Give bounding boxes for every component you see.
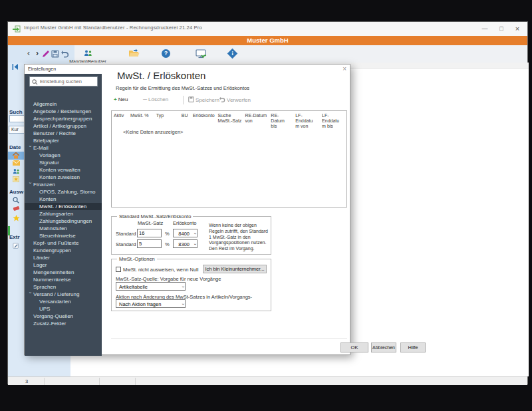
brand-bar: Muster GmbH [8, 36, 527, 45]
status-value: 3 [25, 378, 28, 384]
settings-nav-item[interactable]: ›Sprachen [25, 283, 102, 291]
verwerfen-button[interactable]: Verwerfen [219, 96, 251, 103]
standard2-rate-input[interactable] [137, 239, 162, 248]
settings-nav-item[interactable]: ›Länder [25, 254, 102, 261]
column-header[interactable]: Aktiv [112, 111, 128, 129]
column-header[interactable]: Suche MwSt.-Satz [216, 111, 243, 129]
neu-button[interactable]: +Neu [114, 96, 128, 102]
quelle-select[interactable]: Artikeltabelle› [116, 282, 186, 291]
quelle-label: MwSt.-Satz-Quelle: Vorgabe für neue Vorg… [116, 276, 221, 282]
standard2-konto-select[interactable]: 8300› [173, 239, 198, 248]
settings-nav-item[interactable]: ›Konten zuweisen [25, 174, 102, 181]
settings-nav-item[interactable]: ›Zusatz-Felder [25, 320, 102, 327]
settings-nav-item[interactable]: ›Ansprechpartnergruppen [25, 115, 102, 122]
close-button[interactable]: × [509, 22, 525, 36]
column-header[interactable]: Typ [154, 111, 180, 129]
kleinunternehmer-button[interactable]: Ich bin Kleinunternehmer... [203, 265, 267, 273]
standard-group-legend: Standard MwSt.-Satz/Erlöskonto [117, 213, 193, 219]
help-button[interactable]: ? [162, 49, 170, 58]
save-icon[interactable] [51, 50, 59, 58]
settings-nav-item[interactable]: ›Konten [25, 196, 102, 203]
rules-table[interactable]: AktivMwSt. %TypBUErlöskontoSuche MwSt.-S… [111, 110, 347, 207]
settings-nav-item[interactable]: ›Konten verwalten [25, 166, 102, 174]
edit-pen-icon[interactable] [42, 50, 50, 58]
settings-nav-item[interactable]: ›E-Mail [25, 144, 102, 152]
settings-nav-item[interactable]: ›Zahlungsbedingungen [25, 217, 102, 225]
envelope-icon [13, 160, 20, 166]
sidebar-daten-header: Date [9, 144, 21, 150]
column-header[interactable]: Erlöskonto [191, 111, 216, 129]
settings-nav-item[interactable]: ›Kopf- und Fußtexte [25, 239, 102, 247]
undo-icon [219, 96, 225, 102]
pen-icon [13, 243, 19, 249]
collapse-sidebar-icon[interactable] [12, 64, 18, 70]
minus-icon: — [143, 97, 147, 101]
standard1-rate-input[interactable] [137, 229, 162, 237]
settings-nav-item[interactable]: ›UPS [25, 305, 102, 313]
column-header[interactable]: MwSt. % [128, 111, 154, 129]
settings-nav-item[interactable]: ›Angebote / Bestellungen [25, 108, 102, 115]
cancel-button[interactable]: Abbrechen [371, 342, 396, 352]
settings-dialog: Einstellungen × ›Allgemein ›Angebote / B… [24, 64, 350, 355]
info-button[interactable]: i [227, 49, 238, 59]
settings-nav-item[interactable]: ›Mahnstufen [25, 225, 102, 232]
stamp-icon [13, 206, 20, 212]
sidebar-search-label: Such [9, 109, 23, 115]
settings-nav-item[interactable]: ›Steuerhinweise [25, 232, 102, 239]
chevron-down-icon: › [27, 292, 34, 293]
remote-support-icon[interactable] [196, 49, 207, 59]
loeschen-button[interactable]: —Löschen [143, 96, 168, 102]
settings-nav-item[interactable]: ›Vorgang-Quellen [25, 313, 102, 320]
settings-search-input[interactable] [40, 78, 96, 85]
settings-nav-item[interactable]: ›OPOS, Zahlung, Storno [25, 188, 102, 196]
settings-nav-item[interactable]: ›Nummernkreise [25, 276, 102, 283]
desktop-background: Import Muster GmbH mit Standardbenutzer … [0, 0, 532, 411]
settings-nav-item[interactable]: ›Allgemein [25, 100, 102, 108]
mwst-null-checkbox[interactable] [116, 267, 121, 272]
options-group: MwSt.-Optionen MwSt. nicht ausweisen, we… [111, 259, 271, 311]
footer-divider [111, 339, 347, 339]
status-bar: 3 [8, 376, 527, 385]
settings-nav-item[interactable]: ›Briefpapier [25, 137, 102, 144]
column-header[interactable]: LF-Enddatu m von [293, 111, 320, 129]
open-folder-icon[interactable] [128, 49, 140, 58]
speichern-button[interactable]: Speichern [188, 96, 219, 103]
settings-nav-item[interactable]: ›Kundengruppen [25, 247, 102, 254]
sidebar-extras-header: Extr [9, 234, 20, 240]
users-icon [84, 50, 92, 56]
plus-icon: + [114, 96, 117, 102]
help-button[interactable]: Hilfe [400, 342, 426, 352]
minimize-button[interactable]: — [477, 22, 493, 36]
chevron-down-icon: › [191, 243, 198, 245]
forward-button[interactable]: › [33, 45, 41, 63]
settings-nav-item[interactable]: ›Versandarten [25, 298, 102, 305]
settings-nav-item[interactable]: ›Zahlungsarten [25, 210, 102, 217]
settings-nav-item[interactable]: ›MwSt. / Erlöskonten [25, 203, 102, 210]
standard1-konto-select[interactable]: 8400› [173, 229, 198, 237]
table-empty-text: <Keine Daten anzuzeigen> [123, 129, 184, 135]
column-header[interactable]: RE-Datum bis [269, 111, 293, 129]
settings-nav-item[interactable]: ›Lager [25, 261, 102, 269]
options-group-legend: MwSt.-Optionen [117, 256, 157, 262]
card-icon [13, 176, 19, 182]
settings-nav-item[interactable]: ›Benutzer / Rechte [25, 130, 102, 137]
column-header[interactable]: RE-Datum von [243, 111, 269, 129]
aktion-select[interactable]: Nach Aktion fragen› [116, 299, 186, 308]
settings-nav-item[interactable]: ›Versand / Lieferung [25, 291, 102, 298]
app-icon [13, 25, 21, 33]
settings-nav-item[interactable]: ›Vorlagen [25, 152, 102, 159]
standard-group: Standard MwSt.-Satz/Erlöskonto MwSt.-Sat… [111, 216, 271, 255]
mwst-null-checkbox-label: MwSt. nicht ausweisen, wenn Null [123, 267, 198, 273]
sidebar-auswertungen-header: Ausw [9, 189, 23, 195]
settings-nav-item[interactable]: ›Signatur [25, 159, 102, 166]
ok-button[interactable]: OK [340, 342, 368, 352]
settings-nav-item[interactable]: ›Artikel / Artikelgruppen [25, 122, 102, 130]
standard-info-text: Wenn keine der obigen Regeln zutrifft, d… [209, 223, 271, 252]
back-button[interactable]: ‹ [25, 45, 33, 63]
maximize-button[interactable]: □ [493, 22, 509, 36]
settings-nav-item[interactable]: ›Finanzen [25, 181, 102, 188]
column-header[interactable]: BU [180, 111, 191, 129]
column-header[interactable]: LF-Enddatu m bis [320, 111, 346, 129]
settings-nav-item[interactable]: ›Mengeneinheiten [25, 269, 102, 276]
mandant-benutzer-button[interactable]: Mandant/Benutzer [67, 47, 108, 64]
